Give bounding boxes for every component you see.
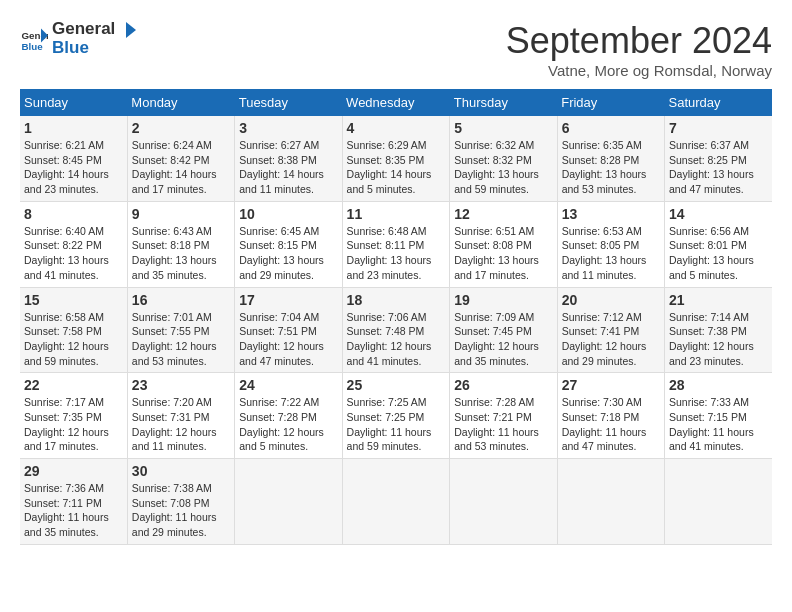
- month-title: September 2024: [506, 20, 772, 62]
- calendar-cell: 21Sunrise: 7:14 AMSunset: 7:38 PMDayligh…: [665, 287, 773, 373]
- day-number: 9: [132, 206, 230, 222]
- calendar-cell: 28Sunrise: 7:33 AMSunset: 7:15 PMDayligh…: [665, 373, 773, 459]
- day-info: Sunrise: 6:35 AMSunset: 8:28 PMDaylight:…: [562, 138, 660, 197]
- weekday-header-sunday: Sunday: [20, 89, 127, 116]
- calendar-cell: [235, 459, 342, 545]
- calendar-cell: [450, 459, 557, 545]
- day-number: 2: [132, 120, 230, 136]
- day-number: 1: [24, 120, 123, 136]
- day-number: 12: [454, 206, 552, 222]
- day-number: 18: [347, 292, 446, 308]
- day-number: 16: [132, 292, 230, 308]
- day-number: 20: [562, 292, 660, 308]
- day-number: 28: [669, 377, 768, 393]
- calendar-cell: 29Sunrise: 7:36 AMSunset: 7:11 PMDayligh…: [20, 459, 127, 545]
- day-number: 23: [132, 377, 230, 393]
- day-number: 24: [239, 377, 337, 393]
- day-info: Sunrise: 6:40 AMSunset: 8:22 PMDaylight:…: [24, 224, 123, 283]
- calendar-cell: 22Sunrise: 7:17 AMSunset: 7:35 PMDayligh…: [20, 373, 127, 459]
- day-info: Sunrise: 7:04 AMSunset: 7:51 PMDaylight:…: [239, 310, 337, 369]
- calendar-cell: 4Sunrise: 6:29 AMSunset: 8:35 PMDaylight…: [342, 116, 450, 201]
- day-info: Sunrise: 7:12 AMSunset: 7:41 PMDaylight:…: [562, 310, 660, 369]
- logo-icon: General Blue: [20, 25, 48, 53]
- calendar-week-row: 8Sunrise: 6:40 AMSunset: 8:22 PMDaylight…: [20, 201, 772, 287]
- calendar-cell: 20Sunrise: 7:12 AMSunset: 7:41 PMDayligh…: [557, 287, 664, 373]
- day-info: Sunrise: 7:22 AMSunset: 7:28 PMDaylight:…: [239, 395, 337, 454]
- calendar-cell: [557, 459, 664, 545]
- day-info: Sunrise: 7:01 AMSunset: 7:55 PMDaylight:…: [132, 310, 230, 369]
- day-info: Sunrise: 6:51 AMSunset: 8:08 PMDaylight:…: [454, 224, 552, 283]
- day-info: Sunrise: 7:28 AMSunset: 7:21 PMDaylight:…: [454, 395, 552, 454]
- day-info: Sunrise: 7:30 AMSunset: 7:18 PMDaylight:…: [562, 395, 660, 454]
- day-info: Sunrise: 6:27 AMSunset: 8:38 PMDaylight:…: [239, 138, 337, 197]
- day-number: 22: [24, 377, 123, 393]
- day-info: Sunrise: 6:56 AMSunset: 8:01 PMDaylight:…: [669, 224, 768, 283]
- day-number: 30: [132, 463, 230, 479]
- day-number: 15: [24, 292, 123, 308]
- calendar-cell: 1Sunrise: 6:21 AMSunset: 8:45 PMDaylight…: [20, 116, 127, 201]
- calendar-cell: 18Sunrise: 7:06 AMSunset: 7:48 PMDayligh…: [342, 287, 450, 373]
- calendar-cell: 7Sunrise: 6:37 AMSunset: 8:25 PMDaylight…: [665, 116, 773, 201]
- day-number: 11: [347, 206, 446, 222]
- day-number: 29: [24, 463, 123, 479]
- day-info: Sunrise: 6:53 AMSunset: 8:05 PMDaylight:…: [562, 224, 660, 283]
- day-info: Sunrise: 6:24 AMSunset: 8:42 PMDaylight:…: [132, 138, 230, 197]
- day-info: Sunrise: 6:43 AMSunset: 8:18 PMDaylight:…: [132, 224, 230, 283]
- day-info: Sunrise: 6:29 AMSunset: 8:35 PMDaylight:…: [347, 138, 446, 197]
- day-number: 19: [454, 292, 552, 308]
- day-info: Sunrise: 7:17 AMSunset: 7:35 PMDaylight:…: [24, 395, 123, 454]
- day-number: 8: [24, 206, 123, 222]
- calendar-week-row: 15Sunrise: 6:58 AMSunset: 7:58 PMDayligh…: [20, 287, 772, 373]
- weekday-header-friday: Friday: [557, 89, 664, 116]
- day-number: 4: [347, 120, 446, 136]
- weekday-header-saturday: Saturday: [665, 89, 773, 116]
- logo-bird-icon: [116, 20, 136, 40]
- day-info: Sunrise: 7:09 AMSunset: 7:45 PMDaylight:…: [454, 310, 552, 369]
- calendar-cell: 8Sunrise: 6:40 AMSunset: 8:22 PMDaylight…: [20, 201, 127, 287]
- calendar-week-row: 1Sunrise: 6:21 AMSunset: 8:45 PMDaylight…: [20, 116, 772, 201]
- svg-marker-3: [126, 22, 136, 38]
- day-info: Sunrise: 7:14 AMSunset: 7:38 PMDaylight:…: [669, 310, 768, 369]
- day-number: 17: [239, 292, 337, 308]
- day-info: Sunrise: 6:37 AMSunset: 8:25 PMDaylight:…: [669, 138, 768, 197]
- day-number: 7: [669, 120, 768, 136]
- calendar-cell: 15Sunrise: 6:58 AMSunset: 7:58 PMDayligh…: [20, 287, 127, 373]
- calendar-cell: 27Sunrise: 7:30 AMSunset: 7:18 PMDayligh…: [557, 373, 664, 459]
- day-info: Sunrise: 7:20 AMSunset: 7:31 PMDaylight:…: [132, 395, 230, 454]
- day-info: Sunrise: 6:48 AMSunset: 8:11 PMDaylight:…: [347, 224, 446, 283]
- calendar-cell: 3Sunrise: 6:27 AMSunset: 8:38 PMDaylight…: [235, 116, 342, 201]
- logo: General Blue General Blue: [20, 20, 137, 58]
- day-number: 27: [562, 377, 660, 393]
- calendar-cell: 12Sunrise: 6:51 AMSunset: 8:08 PMDayligh…: [450, 201, 557, 287]
- logo-blue: Blue: [52, 38, 89, 57]
- header: General Blue General Blue September 2024…: [20, 20, 772, 79]
- calendar-cell: 26Sunrise: 7:28 AMSunset: 7:21 PMDayligh…: [450, 373, 557, 459]
- calendar-cell: 2Sunrise: 6:24 AMSunset: 8:42 PMDaylight…: [127, 116, 234, 201]
- weekday-header-tuesday: Tuesday: [235, 89, 342, 116]
- day-number: 5: [454, 120, 552, 136]
- day-info: Sunrise: 7:38 AMSunset: 7:08 PMDaylight:…: [132, 481, 230, 540]
- calendar-cell: 6Sunrise: 6:35 AMSunset: 8:28 PMDaylight…: [557, 116, 664, 201]
- day-number: 13: [562, 206, 660, 222]
- calendar-cell: 10Sunrise: 6:45 AMSunset: 8:15 PMDayligh…: [235, 201, 342, 287]
- svg-text:Blue: Blue: [21, 41, 43, 52]
- calendar-cell: 16Sunrise: 7:01 AMSunset: 7:55 PMDayligh…: [127, 287, 234, 373]
- calendar-cell: 11Sunrise: 6:48 AMSunset: 8:11 PMDayligh…: [342, 201, 450, 287]
- location-subtitle: Vatne, More og Romsdal, Norway: [506, 62, 772, 79]
- day-info: Sunrise: 6:21 AMSunset: 8:45 PMDaylight:…: [24, 138, 123, 197]
- logo-general: General: [52, 19, 115, 38]
- calendar-cell: [665, 459, 773, 545]
- calendar-cell: 24Sunrise: 7:22 AMSunset: 7:28 PMDayligh…: [235, 373, 342, 459]
- day-number: 25: [347, 377, 446, 393]
- day-info: Sunrise: 6:45 AMSunset: 8:15 PMDaylight:…: [239, 224, 337, 283]
- calendar-cell: 25Sunrise: 7:25 AMSunset: 7:25 PMDayligh…: [342, 373, 450, 459]
- calendar-cell: 30Sunrise: 7:38 AMSunset: 7:08 PMDayligh…: [127, 459, 234, 545]
- calendar-cell: [342, 459, 450, 545]
- weekday-header-wednesday: Wednesday: [342, 89, 450, 116]
- day-number: 3: [239, 120, 337, 136]
- calendar-cell: 5Sunrise: 6:32 AMSunset: 8:32 PMDaylight…: [450, 116, 557, 201]
- calendar-cell: 14Sunrise: 6:56 AMSunset: 8:01 PMDayligh…: [665, 201, 773, 287]
- day-info: Sunrise: 7:25 AMSunset: 7:25 PMDaylight:…: [347, 395, 446, 454]
- calendar-cell: 23Sunrise: 7:20 AMSunset: 7:31 PMDayligh…: [127, 373, 234, 459]
- calendar-week-row: 22Sunrise: 7:17 AMSunset: 7:35 PMDayligh…: [20, 373, 772, 459]
